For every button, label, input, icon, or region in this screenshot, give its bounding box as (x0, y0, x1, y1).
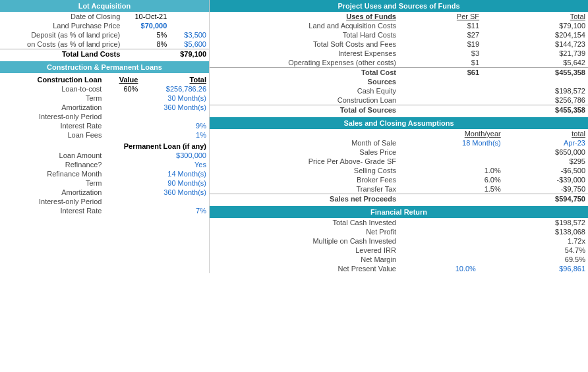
value-col-header: Value (104, 73, 140, 84)
price-per-sf-val: $295 (504, 157, 588, 166)
refi-month-val: 14 Month(s) (104, 169, 209, 178)
land-price-row: Land Purchase Price $70,000 (0, 21, 209, 30)
sales-price-label: Sales Price (210, 147, 399, 157)
date-label: Date of Closing (0, 12, 123, 21)
left-panel: Lot Acquisition Date of Closing 10-Oct-2… (0, 0, 210, 273)
sales-price-val: $650,000 (504, 147, 588, 157)
perm-term-label: Term (0, 178, 104, 188)
npv-label: Net Present Value (210, 264, 399, 273)
transfer-tax-label: Transfer Tax (210, 184, 399, 194)
land-price-value: $70,000 (123, 21, 169, 30)
levered-irr-val: 54.7% (479, 246, 588, 255)
levered-irr-row: Levered IRR 54.7% (210, 246, 588, 255)
loan-amt-label: Loan Amount (0, 151, 104, 160)
net-profit-row: Net Profit $138,068 (210, 227, 588, 236)
perm-loan-subheader: Permanent Loan (if any) (0, 140, 209, 151)
broker-fees-pct: 6.0% (399, 175, 504, 184)
sales-price-row: Sales Price $650,000 (210, 147, 588, 157)
broker-fees-val: -$39,000 (504, 175, 588, 184)
operating-label: Operating Expenses (other costs) (210, 58, 399, 68)
net-profit-val: $138,068 (479, 227, 588, 236)
selling-costs-val: -$6,500 (504, 166, 588, 175)
total-land-val: $79,100 (169, 49, 209, 59)
term-label: Term (0, 93, 104, 103)
month-sale-date: Apr-23 (504, 138, 588, 147)
deposit-row: Deposit (as % of land price) 5% $3,500 (0, 30, 209, 40)
deposit-val: $3,500 (169, 30, 209, 40)
sources-subheader-row: Sources (210, 77, 588, 86)
date-of-closing-row: Date of Closing 10-Oct-21 (0, 12, 209, 21)
lot-acquisition-header: Lot Acquisition (0, 0, 209, 12)
per-sf-header: Per SF (399, 12, 482, 21)
loan-fees-val: 1% (104, 130, 209, 140)
on-costs-val: $5,600 (169, 40, 209, 49)
amort-val: 360 Month(s) (104, 103, 209, 112)
perm-int-label: Interest Rate (0, 206, 104, 215)
soft-costs-sf: $19 (399, 40, 482, 49)
transfer-tax-row: Transfer Tax 1.5% -$9,750 (210, 184, 588, 194)
multiple-label: Multiple on Cash Invested (210, 236, 399, 246)
total-land-label: Total Land Costs (0, 49, 123, 59)
price-per-sf-label: Price Per Above- Grade SF (210, 157, 399, 166)
npv-row: Net Present Value 10.0% $96,861 (210, 264, 588, 273)
total-col-header: Total (140, 73, 209, 84)
amort-label: Amortization (0, 103, 104, 112)
cash-equity-label: Cash Equity (210, 86, 399, 95)
construction-loan-subheader: Construction Loan Value Total (0, 73, 209, 84)
total-header: Total (482, 12, 588, 21)
lot-acquisition-table: Date of Closing 10-Oct-21 Land Purchase … (0, 12, 209, 59)
net-profit-label: Net Profit (210, 227, 399, 236)
perm-int-row: Interest Rate 7% (0, 206, 209, 215)
land-acq-sf: $11 (399, 21, 482, 30)
land-acq-total: $79,100 (482, 21, 588, 30)
io-val (104, 112, 209, 121)
total-cost-sf: $61 (399, 68, 482, 78)
int-rate-label: Interest Rate (0, 121, 104, 130)
const-loan-sources-label: Construction Loan (210, 95, 399, 105)
total-sources-total: $455,358 (482, 105, 588, 115)
transfer-tax-pct: 1.5% (399, 184, 504, 194)
on-costs-row: on Costs (as % of land price) 8% $5,600 (0, 40, 209, 49)
loan-fees-row: Loan Fees 1% (0, 130, 209, 140)
refinance-val: Yes (104, 160, 209, 169)
interest-sf: $3 (399, 49, 482, 58)
transfer-tax-val: -$9,750 (504, 184, 588, 194)
sales-net-val: $594,750 (504, 194, 588, 204)
selling-costs-pct: 1.0% (399, 166, 504, 175)
perm-io-label: Interest-only Period (0, 197, 104, 206)
perm-term-val: 90 Month(s) (104, 178, 209, 188)
const-loan-label: Construction Loan (0, 73, 104, 84)
sales-net-label: Sales net Proceeds (210, 194, 399, 204)
loan-amt-val: $300,000 (104, 151, 209, 160)
broker-fees-label: Broker Fees (210, 175, 399, 184)
term-row: Term 30 Month(s) (0, 93, 209, 103)
perm-amort-row: Amortization 360 Month(s) (0, 188, 209, 197)
right-panel: Project Uses and Sources of Funds Uses o… (210, 0, 588, 273)
total-sources-row: Total of Sources $455,358 (210, 105, 588, 115)
multiple-val: 1.72x (479, 236, 588, 246)
month-sale-label: Month of Sale (210, 138, 399, 147)
deposit-pct: 5% (123, 30, 169, 40)
uses-sources-header: Project Uses and Sources of Funds (210, 0, 588, 12)
perm-amort-label: Amortization (0, 188, 104, 197)
soft-costs-total: $144,723 (482, 40, 588, 49)
loan-to-cost-label: Loan-to-cost (0, 84, 104, 93)
soft-costs-row: Total Soft Costs and Fees $19 $144,723 (210, 40, 588, 49)
perm-int-val: 7% (104, 206, 209, 215)
const-loan-sources-total: $256,786 (482, 95, 588, 105)
uses-col-header-row: Uses of Funds Per SF Total (210, 12, 588, 21)
operating-total: $5,642 (482, 58, 588, 68)
int-rate-row: Interest Rate 9% (0, 121, 209, 130)
net-margin-label: Net Margin (210, 255, 399, 264)
land-price-label: Land Purchase Price (0, 21, 123, 30)
month-year-col-header: Month/year (399, 129, 504, 138)
financial-header: Financial Return (210, 206, 588, 218)
perm-io-row: Interest-only Period (0, 197, 209, 206)
term-val: 30 Month(s) (104, 93, 209, 103)
hard-costs-label: Total Hard Costs (210, 30, 399, 40)
sales-col-header-row: Month/year total (210, 129, 588, 138)
refinance-row: Refinance? Yes (0, 160, 209, 169)
sales-header: Sales and Closing Assumptions (210, 117, 588, 129)
net-margin-row: Net Margin 69.5% (210, 255, 588, 264)
const-perm-header: Construction & Permanent Loans (0, 61, 209, 73)
